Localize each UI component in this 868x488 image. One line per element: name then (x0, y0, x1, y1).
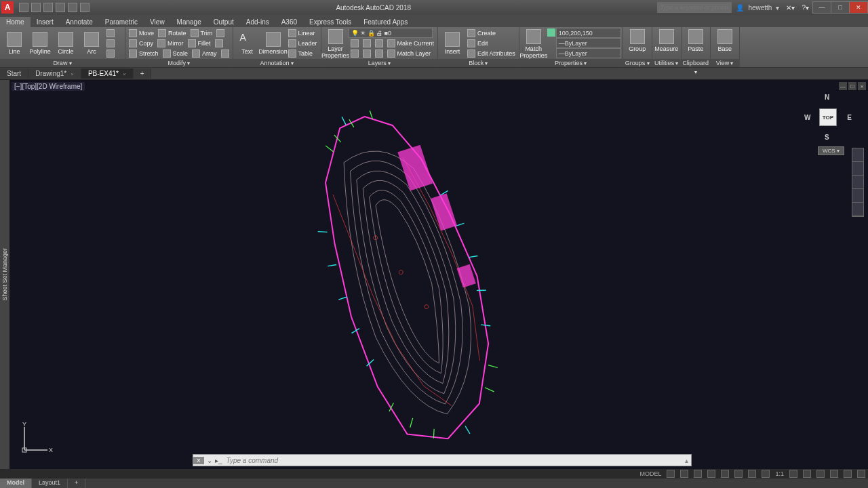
viewcube-east[interactable]: E (847, 114, 852, 121)
array-button[interactable]: Array (190, 48, 219, 58)
layer-icon[interactable] (375, 49, 383, 58)
fillet-button[interactable]: Fillet (186, 38, 213, 48)
linetype-icon[interactable] (547, 49, 555, 57)
move-button[interactable]: Move (127, 28, 156, 38)
new-icon[interactable] (19, 3, 28, 12)
layer-icon[interactable] (363, 39, 371, 47)
panel-label[interactable]: Draw (0, 59, 125, 67)
arc-button[interactable]: Arc (79, 28, 104, 58)
panel-label[interactable]: Block (438, 59, 519, 67)
orbit-icon[interactable] (852, 189, 863, 203)
stretch-button[interactable]: Stretch (127, 48, 161, 58)
hardware-accel-icon[interactable] (830, 470, 838, 478)
extra-icon[interactable] (221, 49, 229, 58)
transparency-icon[interactable] (762, 470, 770, 478)
extra-icon[interactable] (215, 39, 223, 47)
measure-button[interactable]: Measure (654, 28, 679, 54)
lineweight-icon[interactable] (547, 39, 555, 47)
wcs-dropdown[interactable]: WCS ▾ (818, 146, 844, 155)
maximize-icon[interactable]: □ (848, 82, 856, 90)
group-button[interactable]: Group (625, 28, 650, 54)
color-swatch[interactable] (547, 28, 555, 37)
osnap-icon[interactable] (721, 470, 729, 478)
make-current-button[interactable]: Make Current (385, 38, 437, 48)
new-layout-button[interactable]: + (68, 479, 85, 488)
layer-properties-button[interactable]: Layer Properties (323, 28, 349, 60)
create-button[interactable]: Create (465, 28, 517, 38)
text-button[interactable]: AText (235, 28, 260, 58)
edit-attributes-button[interactable]: Edit Attributes (465, 48, 517, 58)
tab-model[interactable]: Model (0, 479, 32, 488)
panel-label[interactable]: Utilities (652, 59, 681, 67)
panel-label[interactable]: Properties (519, 59, 623, 67)
panel-label[interactable]: Annotation (233, 59, 321, 67)
close-icon[interactable]: × (858, 82, 866, 90)
layer-icon[interactable] (351, 49, 359, 58)
tab-a360[interactable]: A360 (275, 17, 303, 27)
circle-button[interactable]: Circle (53, 28, 79, 58)
exchange-icon[interactable]: ✕▾ (786, 4, 795, 12)
close-icon[interactable]: × (193, 457, 204, 464)
layer-combo[interactable]: 💡 ☀ 🔒 🖨 ■ 0 (349, 28, 433, 38)
viewcube-west[interactable]: W (804, 114, 810, 121)
edit-button[interactable]: Edit (465, 38, 517, 48)
tab-featured-apps[interactable]: Featured Apps (357, 17, 414, 27)
close-button[interactable]: ✕ (849, 1, 868, 14)
panel-label[interactable]: Modify (125, 59, 233, 67)
polyline-button[interactable]: Polyline (27, 28, 53, 58)
showmotion-icon[interactable] (852, 203, 863, 216)
isolate-icon[interactable] (816, 470, 825, 478)
command-input[interactable]: Type a command (222, 457, 682, 464)
app-logo[interactable]: A (1, 1, 14, 14)
lineweight-icon[interactable] (748, 470, 756, 478)
tab-home[interactable]: Home (0, 17, 31, 27)
viewcube-north[interactable]: N (825, 94, 829, 101)
match-layer-button[interactable]: Match Layer (385, 48, 433, 58)
ucs-icon[interactable]: X Y (19, 422, 53, 455)
tab-drawing1[interactable]: Drawing1*× (28, 68, 81, 79)
maximize-button[interactable]: □ (831, 1, 850, 14)
leader-button[interactable]: Leader (286, 38, 319, 48)
annotation-scale[interactable]: 1:1 (775, 470, 784, 477)
color-combo[interactable]: 100,200,150 (556, 28, 621, 38)
viewcube-south[interactable]: S (825, 134, 829, 141)
lineweight-combo[interactable]: — ByLayer (556, 38, 621, 48)
layer-icon[interactable] (351, 39, 359, 47)
line-button[interactable]: Line (1, 28, 27, 58)
layer-icon[interactable] (363, 49, 371, 58)
zoom-icon[interactable] (852, 176, 863, 189)
save-icon[interactable] (43, 3, 53, 12)
linetype-combo[interactable]: — ByLayer (556, 48, 621, 58)
viewport-label[interactable]: [−][Top][2D Wireframe] (12, 82, 85, 91)
recent-icon[interactable]: ▴ (682, 457, 691, 464)
tab-start[interactable]: Start (0, 68, 28, 79)
steering-wheel-icon[interactable] (852, 148, 863, 162)
sheet-set-manager-palette[interactable]: Sheet Set Manager (0, 80, 9, 469)
new-tab-button[interactable]: + (134, 68, 152, 79)
help-search-input[interactable] (657, 2, 732, 13)
tab-annotate[interactable]: Annotate (60, 17, 99, 27)
grid-icon[interactable] (667, 470, 675, 478)
polar-icon[interactable] (707, 470, 715, 478)
pan-icon[interactable] (852, 162, 863, 176)
workspace-icon[interactable] (789, 470, 797, 478)
layer-icon[interactable] (375, 39, 383, 47)
tab-addins[interactable]: Add-ins (240, 17, 275, 27)
customize-icon[interactable]: ⌄ (204, 457, 215, 464)
panel-label[interactable]: Clipboard (682, 59, 710, 67)
match-properties-button[interactable]: Match Properties (521, 28, 547, 60)
extra-icon[interactable] (216, 29, 224, 37)
otrack-icon[interactable] (734, 470, 743, 478)
customize-icon[interactable] (857, 470, 865, 478)
panel-label[interactable]: View (711, 59, 739, 67)
user-menu[interactable]: 👤 hewetth ▾ (736, 4, 779, 12)
base-button[interactable]: Base (712, 28, 738, 54)
copy-button[interactable]: Copy (127, 38, 155, 48)
table-button[interactable]: Table (286, 48, 319, 58)
tab-view[interactable]: View (144, 17, 171, 27)
minimize-icon[interactable]: — (839, 82, 847, 90)
dimension-button[interactable]: Dimension (260, 28, 286, 58)
tab-pb-ex41[interactable]: PB-EX41*× (81, 68, 134, 79)
viewcube-face[interactable]: TOP (819, 108, 837, 126)
insert-button[interactable]: Insert (439, 28, 465, 58)
